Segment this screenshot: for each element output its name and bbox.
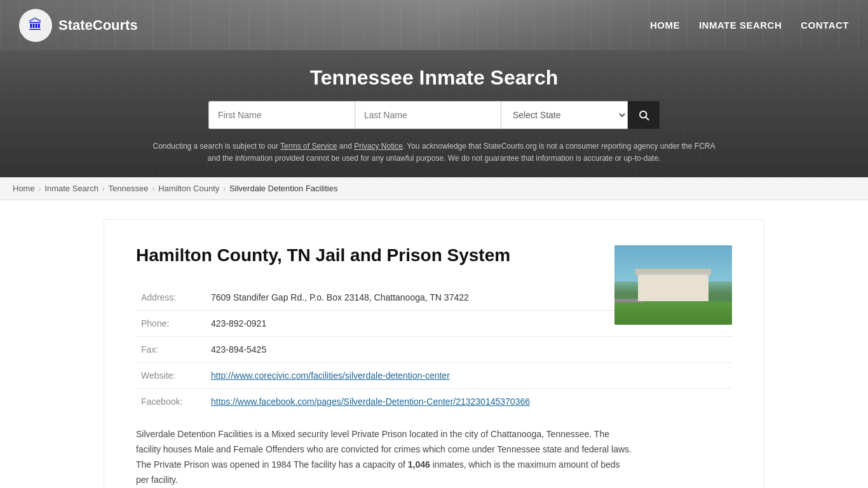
main-nav: HOME INMATE SEARCH CONTACT (650, 20, 849, 30)
nav-contact[interactable]: CONTACT (801, 20, 849, 30)
facebook-link[interactable]: https://www.facebook.com/pages/Silverdal… (211, 396, 530, 407)
facility-image (614, 245, 732, 325)
facility-description: Silverdale Detention Facilities is a Mix… (136, 427, 632, 487)
search-icon (638, 109, 649, 121)
first-name-input[interactable] (208, 101, 355, 129)
nav-inmate-search[interactable]: INMATE SEARCH (699, 20, 782, 30)
last-name-input[interactable] (355, 101, 501, 129)
content-card: Hamilton County, TN Jail and Prison Syst… (104, 219, 764, 488)
website-link[interactable]: http://www.corecivic.com/facilities/silv… (211, 370, 450, 381)
website-value: http://www.corecivic.com/facilities/silv… (206, 363, 732, 389)
site-header: 🏛 StateCourts HOME INMATE SEARCH CONTACT (0, 0, 868, 50)
website-row: Website: http://www.corecivic.com/facili… (136, 363, 732, 389)
breadcrumb: Home › Inmate Search › Tennessee › Hamil… (0, 177, 868, 200)
fax-value: 423-894-5425 (206, 337, 732, 363)
main-content: Hamilton County, TN Jail and Prison Syst… (85, 200, 783, 488)
svg-line-1 (646, 117, 648, 119)
logo-link[interactable]: 🏛 StateCourts (19, 9, 138, 42)
address-label: Address: (136, 285, 206, 311)
disclaimer-text: Conducting a search is subject to our Te… (148, 140, 720, 165)
website-label: Website: (136, 363, 206, 389)
capacity-value: 1,046 (408, 459, 430, 470)
hero-section: Tennessee Inmate Search Select State Ten… (0, 50, 868, 177)
breadcrumb-home[interactable]: Home (13, 184, 35, 193)
fax-label: Fax: (136, 337, 206, 363)
privacy-link[interactable]: Privacy Notice (354, 142, 403, 151)
breadcrumb-sep-1: › (39, 185, 41, 193)
facebook-value: https://www.facebook.com/pages/Silverdal… (206, 389, 732, 415)
breadcrumb-hamilton-county[interactable]: Hamilton County (158, 184, 219, 193)
breadcrumb-sep-3: › (152, 185, 154, 193)
fax-row: Fax: 423-894-5425 (136, 337, 732, 363)
search-button[interactable] (628, 101, 660, 129)
breadcrumb-tennessee[interactable]: Tennessee (109, 184, 149, 193)
nav-home[interactable]: HOME (650, 20, 680, 30)
phone-label: Phone: (136, 311, 206, 337)
state-select[interactable]: Select State Tennessee Alabama Georgia (501, 101, 628, 129)
logo-icon: 🏛 (19, 9, 52, 42)
breadcrumb-sep-2: › (102, 185, 105, 193)
breadcrumb-sep-4: › (223, 185, 226, 193)
terms-link[interactable]: Terms of Service (280, 142, 337, 151)
search-bar: Select State Tennessee Alabama Georgia (13, 101, 855, 129)
breadcrumb-inmate-search[interactable]: Inmate Search (44, 184, 98, 193)
facebook-label: Facebook: (136, 389, 206, 415)
logo-text: StateCourts (58, 17, 138, 34)
hero-title: Tennessee Inmate Search (13, 66, 855, 90)
breadcrumb-current: Silverdale Detention Facilities (229, 184, 338, 193)
facebook-row: Facebook: https://www.facebook.com/pages… (136, 389, 732, 415)
